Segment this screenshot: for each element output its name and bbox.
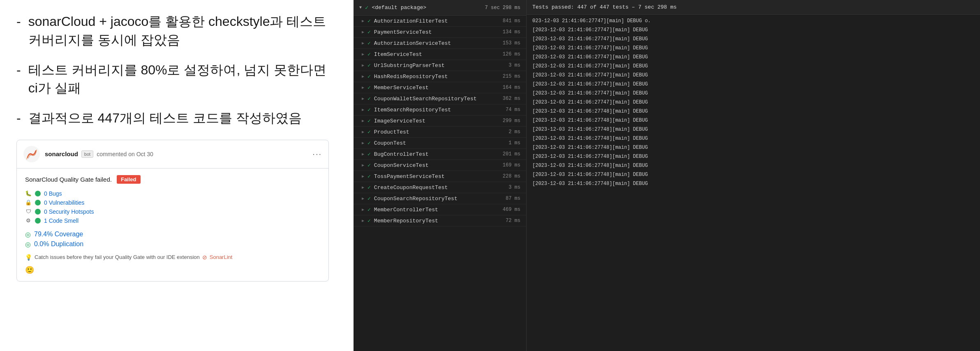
coverage-link[interactable]: 79.4% Coverage (34, 231, 83, 238)
test-row-chevron-icon: ▶ (362, 52, 364, 57)
card-header: sonarcloud bot commented on Oct 30 ··· (17, 140, 328, 169)
log-line: [2023-12-03 21:41:06:27747][main] DEBUG (527, 71, 980, 80)
test-row[interactable]: ▶ ✓ MemberRepositoryTest 72 ms (354, 215, 526, 226)
bullet-item-2: 테스트 커버리지를 80%로 설정하여, 넘지 못한다면 ci가 실패 (16, 61, 337, 98)
test-row-check-icon: ✓ (368, 195, 371, 202)
test-row[interactable]: ▶ ✓ ItemServiceTest 126 ms (354, 49, 526, 60)
test-row-name: AuthorizationFilterTest (374, 18, 492, 24)
metric-bugs: 🐛 0 Bugs (25, 190, 320, 197)
log-line: [2023-12-03 21:41:06:27747][main] DEBUG (527, 53, 980, 62)
test-row[interactable]: ▶ ✓ CreateCouponRequestTest 3 ms (354, 182, 526, 193)
test-row-chevron-icon: ▶ (362, 30, 364, 35)
test-row-check-icon: ✓ (368, 184, 371, 191)
test-row-check-icon: ✓ (368, 51, 371, 58)
test-row-time: 87 ms (496, 196, 520, 201)
test-header-time: 7 sec 298 ms (485, 5, 520, 11)
test-row-check-icon: ✓ (368, 140, 371, 146)
test-row-check-icon: ✓ (368, 217, 371, 224)
vulnerabilities-link[interactable]: 0 Vulnerabilities (44, 199, 84, 206)
test-row[interactable]: ▶ ✓ UrlSubstringParserTest 3 ms (354, 60, 526, 71)
bullet-item-1: sonarCloud + jacoco를 활용한 checkstyle과 테스트… (16, 12, 337, 49)
test-row[interactable]: ▶ ✓ ItemSearchRepositoryTest 74 ms (354, 104, 526, 115)
test-row-name: TossPaymentServiceTest (374, 173, 492, 180)
test-row-time: 72 ms (496, 218, 520, 224)
sonarcloud-logo (23, 146, 40, 162)
test-row-time: 469 ms (496, 207, 520, 212)
test-row-name: HashRedisRepositoryTest (374, 74, 492, 80)
test-row-time: 126 ms (496, 51, 520, 57)
test-row-chevron-icon: ▶ (362, 63, 364, 68)
test-row-time: 134 ms (496, 29, 520, 35)
test-row-name: CouponTest (374, 140, 492, 146)
security-hotspots-link[interactable]: 0 Security Hotspots (44, 208, 94, 215)
test-row[interactable]: ▶ ✓ MemberControllerTest 469 ms (354, 204, 526, 215)
test-row-time: 841 ms (496, 18, 520, 24)
test-row-chevron-icon: ▶ (362, 174, 364, 179)
test-row-chevron-icon: ▶ (362, 85, 364, 90)
lock-icon: 🔒 (25, 199, 32, 206)
test-row-time: 3 ms (496, 62, 520, 68)
test-row[interactable]: ▶ ✓ AuthorizationServiceTest 153 ms (354, 38, 526, 49)
test-row-check-icon: ✓ (368, 29, 371, 35)
test-row[interactable]: ▶ ✓ ProductTest 2 ms (354, 127, 526, 138)
coverage-icon: ◎ (25, 231, 31, 238)
test-row[interactable]: ▶ ✓ PaymentServiceTest 134 ms (354, 27, 526, 38)
test-row[interactable]: ▶ ✓ CouponWalletSearchRepositoryTest 362… (354, 93, 526, 104)
coverage-row: ◎ 79.4% Coverage (25, 231, 320, 238)
test-row-name: UrlSubstringParserTest (374, 62, 492, 69)
duplication-link[interactable]: 0.0% Duplication (34, 240, 83, 248)
test-row-chevron-icon: ▶ (362, 74, 364, 79)
sonarlint-link[interactable]: SonarLint (210, 254, 233, 260)
test-row-name: AuthorizationServiceTest (374, 40, 492, 46)
left-panel: sonarCloud + jacoco를 활용한 checkstyle과 테스트… (0, 0, 354, 351)
card-menu-button[interactable]: ··· (312, 149, 322, 159)
failed-badge: Failed (117, 175, 141, 184)
metric-code-smell: ⚙ 1 Code Smell (25, 217, 320, 224)
test-row-name: MemberControllerTest (374, 207, 492, 213)
test-row[interactable]: ▶ ✓ BugControllerTest 201 ms (354, 149, 526, 160)
test-row-name: ProductTest (374, 129, 492, 135)
test-row-name: PaymentServiceTest (374, 29, 492, 35)
test-row-chevron-icon: ▶ (362, 152, 364, 157)
test-row[interactable]: ▶ ✓ AuthorizationFilterTest 841 ms (354, 16, 526, 27)
test-row-name: BugControllerTest (374, 151, 492, 157)
test-row-name: ImageServiceTest (374, 118, 492, 124)
test-row[interactable]: ▶ ✓ CouponServiceTest 169 ms (354, 160, 526, 171)
test-row[interactable]: ▶ ✓ ImageServiceTest 299 ms (354, 115, 526, 127)
test-row-time: 201 ms (496, 151, 520, 157)
test-row-chevron-icon: ▶ (362, 196, 364, 201)
test-row-time: 215 ms (496, 74, 520, 79)
test-row[interactable]: ▶ ✓ MemberServiceTest 164 ms (354, 82, 526, 93)
test-row-check-icon: ✓ (368, 173, 371, 180)
log-line: [2023-12-03 21:41:06:27748][main] DEBUG (527, 107, 980, 116)
test-row-time: 228 ms (496, 173, 520, 179)
code-smell-link[interactable]: 1 Code Smell (44, 217, 79, 224)
bugs-status-icon (35, 191, 41, 196)
bugs-link[interactable]: 0 Bugs (44, 190, 62, 197)
test-row-chevron-icon: ▶ (362, 18, 364, 23)
emoji-smiley: 🙂 (25, 266, 34, 274)
test-row-name: CouponServiceTest (374, 162, 492, 169)
test-row-check-icon: ✓ (368, 118, 371, 124)
sonarcloud-card: sonarcloud bot commented on Oct 30 ··· S… (16, 140, 329, 282)
log-line: [2023-12-03 21:41:06:27747][main] DEBUG (527, 89, 980, 98)
test-row[interactable]: ▶ ✓ CouponTest 1 ms (354, 138, 526, 149)
test-row-time: 299 ms (496, 118, 520, 124)
log-line: [2023-12-03 21:41:06:27748][main] DEBUG (527, 116, 980, 125)
test-row-check-icon: ✓ (368, 95, 371, 102)
test-row[interactable]: ▶ ✓ CouponSearchRepositoryTest 87 ms (354, 193, 526, 204)
test-row-check-icon: ✓ (368, 84, 371, 91)
test-row-name: MemberRepositoryTest (374, 218, 492, 224)
log-line: [2023-12-03 21:41:06:27748][main] DEBUG (527, 152, 980, 161)
test-row-check-icon: ✓ (368, 129, 371, 135)
log-line: [2023-12-03 21:41:06:27748][main] DEBUG (527, 134, 980, 143)
metric-security-hotspots: 🛡 0 Security Hotspots (25, 208, 320, 215)
test-row[interactable]: ▶ ✓ TossPaymentServiceTest 228 ms (354, 171, 526, 182)
test-row-time: 3 ms (496, 185, 520, 190)
test-row-name: ItemServiceTest (374, 51, 492, 58)
card-bot-badge: bot (81, 150, 93, 158)
sonarlint-section: 💡 Catch issues before they fail your Qua… (25, 254, 320, 261)
emoji-row: 🙂 (25, 266, 320, 275)
duplication-icon: ◎ (25, 240, 31, 248)
test-row[interactable]: ▶ ✓ HashRedisRepositoryTest 215 ms (354, 71, 526, 82)
